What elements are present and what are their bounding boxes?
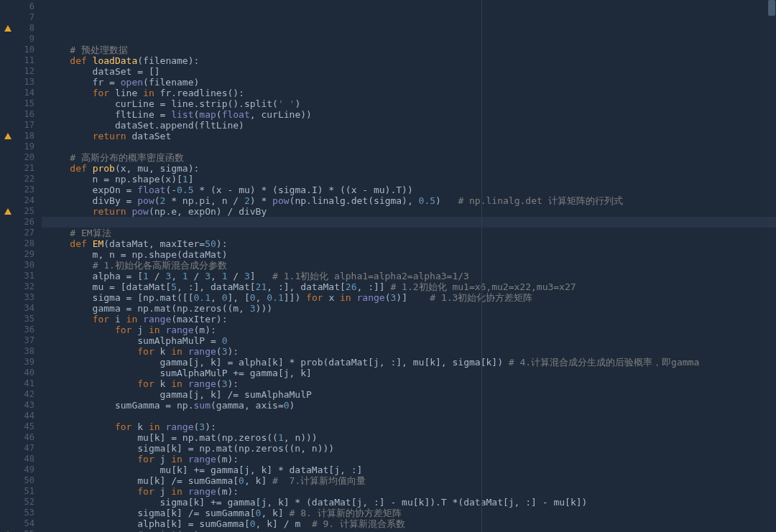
code-line[interactable]: gamma = np.mat(np.zeros((m, 3))) <box>42 303 776 314</box>
gutter-line[interactable]: 19 <box>0 141 42 152</box>
gutter-line[interactable]: 22 <box>0 174 42 185</box>
code-line[interactable]: fltLine = list(map(float, curLine)) <box>42 109 776 120</box>
code-line[interactable]: sigma[k] /= sumGamma[0, k] # 8. 计算新的协方差矩… <box>42 508 776 518</box>
gutter-line[interactable]: 21 <box>0 163 42 174</box>
gutter-line[interactable]: 38 <box>0 346 42 357</box>
gutter-line[interactable]: 23 <box>0 185 42 195</box>
code-line[interactable]: for k in range(3): <box>42 421 776 432</box>
code-line[interactable]: return dataSet <box>42 131 776 141</box>
gutter-line[interactable]: 17 <box>0 120 42 131</box>
code-line[interactable]: n = np.shape(x)[1] <box>42 174 776 185</box>
code-line[interactable]: for k in range(3): <box>42 378 776 389</box>
code-line[interactable] <box>42 141 776 152</box>
gutter-line[interactable]: 39 <box>0 357 42 368</box>
gutter-line[interactable]: 31 <box>0 271 42 281</box>
gutter-line[interactable]: 18 <box>0 131 42 141</box>
gutter-line[interactable]: 7 <box>0 12 42 23</box>
gutter-line[interactable]: 32 <box>0 281 42 292</box>
gutter-line[interactable]: 6 <box>0 1 42 12</box>
gutter-line[interactable]: 24 <box>0 195 42 206</box>
gutter-line[interactable]: 42 <box>0 389 42 400</box>
code-line[interactable]: # print(mu) <box>42 529 776 532</box>
code-line[interactable]: mu[k] = np.mat(np.zeros((1, n))) <box>42 432 776 443</box>
code-line[interactable]: divBy = pow(2 * np.pi, n / 2) * pow(np.l… <box>42 195 776 206</box>
gutter-line[interactable]: 16 <box>0 109 42 120</box>
gutter-line[interactable]: 55 <box>0 529 42 532</box>
gutter[interactable]: 6789101112131415161718192021222324252627… <box>0 0 42 532</box>
code-line[interactable]: # 高斯分布的概率密度函数 <box>42 152 776 163</box>
warning-icon[interactable] <box>4 133 11 139</box>
gutter-line[interactable]: 8 <box>0 23 42 34</box>
gutter-line[interactable]: 14 <box>0 88 42 98</box>
gutter-line[interactable]: 25 <box>0 206 42 217</box>
code-line[interactable] <box>42 217 776 228</box>
code-line[interactable]: sigma = [np.mat([[0.1, 0], [0, 0.1]]) fo… <box>42 292 776 303</box>
code-line[interactable]: sigma[k] = np.mat(np.zeros((n, n))) <box>42 443 776 454</box>
code-line[interactable]: def EM(dataMat, maxIter=50): <box>42 238 776 249</box>
code-line[interactable]: for k in range(3): <box>42 346 776 357</box>
gutter-line[interactable]: 52 <box>0 497 42 508</box>
code-line[interactable]: dataSet = [] <box>42 66 776 77</box>
gutter-line[interactable]: 44 <box>0 411 42 421</box>
code-line[interactable]: mu = [dataMat[5, :], dataMat[21, :], dat… <box>42 281 776 292</box>
gutter-line[interactable]: 41 <box>0 378 42 389</box>
code-line[interactable]: alpha = [1 / 3, 1 / 3, 1 / 3] # 1.1初始化 a… <box>42 271 776 281</box>
code-line[interactable]: for j in range(m): <box>42 486 776 497</box>
gutter-line[interactable]: 46 <box>0 432 42 443</box>
vertical-scrollbar[interactable] <box>767 0 776 532</box>
code-line[interactable] <box>42 34 776 45</box>
gutter-line[interactable]: 10 <box>0 45 42 55</box>
code-line[interactable]: curLine = line.strip().split(' ') <box>42 98 776 109</box>
code-line[interactable]: sumAlphaMulP += gamma[j, k] <box>42 368 776 378</box>
code-line[interactable]: for j in range(m): <box>42 454 776 465</box>
code-line[interactable]: def prob(x, mu, sigma): <box>42 163 776 174</box>
gutter-line[interactable]: 9 <box>0 34 42 45</box>
code-line[interactable] <box>42 411 776 421</box>
code-line[interactable]: for j in range(m): <box>42 325 776 335</box>
gutter-line[interactable]: 13 <box>0 77 42 88</box>
gutter-line[interactable]: 33 <box>0 292 42 303</box>
gutter-line[interactable]: 11 <box>0 55 42 66</box>
gutter-line[interactable]: 28 <box>0 238 42 249</box>
code-line[interactable]: sumGamma = np.sum(gamma, axis=0) <box>42 400 776 411</box>
gutter-line[interactable]: 47 <box>0 443 42 454</box>
scrollbar-thumb[interactable] <box>768 0 775 16</box>
gutter-line[interactable]: 53 <box>0 508 42 518</box>
gutter-line[interactable]: 37 <box>0 335 42 346</box>
gutter-line[interactable]: 40 <box>0 368 42 378</box>
warning-icon[interactable] <box>4 25 11 32</box>
code-line[interactable]: # 预处理数据 <box>42 45 776 55</box>
code-line[interactable]: return pow(np.e, expOn) / divBy <box>42 206 776 217</box>
code-line[interactable]: # EM算法 <box>42 228 776 238</box>
code-line[interactable]: sigma[k] += gamma[j, k] * (dataMat[j, :]… <box>42 497 776 508</box>
code-line[interactable]: fr = open(filename) <box>42 77 776 88</box>
code-area[interactable]: # 预处理数据 def loadData(filename): dataSet … <box>42 0 776 532</box>
gutter-line[interactable]: 20 <box>0 152 42 163</box>
code-line[interactable]: m, n = np.shape(dataMat) <box>42 249 776 260</box>
gutter-line[interactable]: 35 <box>0 314 42 325</box>
gutter-line[interactable]: 49 <box>0 465 42 475</box>
gutter-line[interactable]: 27 <box>0 228 42 238</box>
gutter-line[interactable]: 15 <box>0 98 42 109</box>
gutter-line[interactable]: 26 <box>0 217 42 228</box>
code-line[interactable]: dataSet.append(fltLine) <box>42 120 776 131</box>
code-line[interactable]: expOn = float(-0.5 * (x - mu) * (sigma.I… <box>42 185 776 195</box>
gutter-line[interactable]: 51 <box>0 486 42 497</box>
code-line[interactable]: sumAlphaMulP = 0 <box>42 335 776 346</box>
warning-icon[interactable] <box>4 208 11 215</box>
gutter-line[interactable]: 29 <box>0 249 42 260</box>
gutter-line[interactable]: 43 <box>0 400 42 411</box>
code-line[interactable]: alpha[k] = sumGamma[0, k] / m # 9. 计算新混合… <box>42 518 776 529</box>
code-editor[interactable]: 6789101112131415161718192021222324252627… <box>0 0 776 532</box>
code-line[interactable]: gamma[j, k] /= sumAlphaMulP <box>42 389 776 400</box>
code-line[interactable]: mu[k] += gamma[j, k] * dataMat[j, :] <box>42 465 776 475</box>
code-line[interactable]: mu[k] /= sumGamma[0, k] # 7.计算新均值向量 <box>42 475 776 486</box>
gutter-line[interactable]: 36 <box>0 325 42 335</box>
gutter-line[interactable]: 34 <box>0 303 42 314</box>
gutter-line[interactable]: 48 <box>0 454 42 465</box>
gutter-line[interactable]: 45 <box>0 421 42 432</box>
code-line[interactable]: gamma[j, k] = alpha[k] * prob(dataMat[j,… <box>42 357 776 368</box>
gutter-line[interactable]: 50 <box>0 475 42 486</box>
gutter-line[interactable]: 54 <box>0 518 42 529</box>
code-line[interactable]: def loadData(filename): <box>42 55 776 66</box>
